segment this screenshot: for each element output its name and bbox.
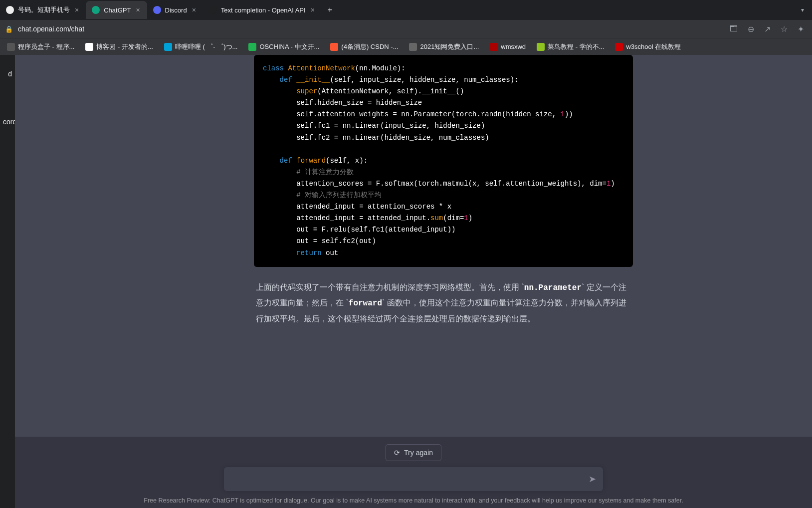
browser-tab-strip: 号码。短期手机号 × ChatGPT × Discord × Text comp… — [0, 0, 812, 20]
tab-label: ChatGPT — [104, 6, 131, 14]
code-token: (self, x): — [326, 157, 368, 165]
code-token: # 对输入序列进行加权平均 — [296, 191, 382, 199]
code-token: self.hidden_size = hidden_size — [296, 99, 422, 107]
code-token: 1 — [464, 214, 468, 222]
code-block: class AttentionNetwork(nn.Module): def _… — [254, 55, 633, 267]
code-token: class — [263, 64, 284, 72]
code-token: forward — [296, 157, 326, 165]
code-token: # 计算注意力分数 — [296, 168, 354, 176]
bookmark-label: OSCHINA - 中文开... — [259, 42, 319, 51]
explanation-text: 上面的代码实现了一个带有自注意力机制的深度学习网络模型。首先，使用 `nn.Pa… — [254, 280, 633, 326]
browser-tab[interactable]: Discord × — [147, 1, 203, 19]
browser-tab[interactable]: 号码。短期手机号 × — [0, 1, 86, 19]
bookmark-label: 程序员盒子 - 程序... — [18, 42, 74, 51]
bookmark-label: 博客园 - 开发者的... — [96, 42, 153, 51]
message-input[interactable] — [231, 473, 589, 485]
translate-icon[interactable]: 🗔 — [730, 24, 738, 33]
sidebar-item[interactable]: cord — [0, 113, 15, 131]
close-icon[interactable]: × — [74, 6, 80, 14]
send-icon[interactable]: ➤ — [589, 474, 596, 485]
message-input-row: ➤ — [224, 467, 603, 491]
bookmark-item[interactable]: 哔哩哔哩 ( ゜- ゜)つ... — [161, 40, 241, 53]
favicon-icon — [153, 6, 161, 14]
bookmark-item[interactable]: 菜鸟教程 - 学的不... — [534, 40, 607, 53]
code-token: )) — [565, 110, 573, 118]
lock-icon: 🔒 — [5, 25, 13, 33]
inline-code: forward — [349, 299, 382, 308]
address-bar: 🔒 chat.openai.com/chat 🗔 ⊖ ↗ ☆ ✦ — [0, 20, 812, 38]
bookmark-item[interactable]: w3school 在线教程 — [612, 40, 684, 53]
code-token: def — [280, 76, 292, 84]
extension-icon[interactable]: ✦ — [798, 24, 804, 34]
code-token: out = self.fc2(out) — [296, 237, 376, 245]
favicon-icon — [6, 6, 14, 14]
code-token: self.attention_weights = nn.Parameter(to… — [296, 110, 560, 118]
tab-label: Discord — [165, 6, 187, 14]
close-icon[interactable]: × — [135, 6, 141, 14]
bookmarks-bar: 程序员盒子 - 程序... 博客园 - 开发者的... 哔哩哔哩 ( ゜- ゜)… — [0, 38, 812, 55]
code-token: self.fc2 = nn.Linear(hidden_size, num_cl… — [296, 134, 489, 142]
code-token: out = F.relu(self.fc1(attended_input)) — [296, 226, 455, 234]
code-token: ) — [468, 214, 472, 222]
try-again-button[interactable]: ⟳ Try again — [386, 444, 441, 461]
code-token: return — [296, 249, 321, 257]
bookmark-item[interactable]: 博客园 - 开发者的... — [82, 40, 156, 53]
bookmark-item[interactable]: 程序员盒子 - 程序... — [4, 40, 77, 53]
conversation-area: class AttentionNetwork(nn.Module): def _… — [15, 55, 812, 437]
favicon-icon — [92, 6, 100, 14]
code-token: sum — [430, 214, 443, 222]
share-icon[interactable]: ↗ — [764, 24, 771, 34]
code-token: (self, input_size, hidden_size, num_clas… — [330, 76, 518, 84]
code-token: def — [280, 157, 292, 165]
main-content: class AttentionNetwork(nn.Module): def _… — [15, 55, 812, 508]
bookmark-item[interactable]: wmsxwd — [487, 41, 529, 53]
app-shell: d cord class AttentionNetwork(nn.Module)… — [0, 55, 812, 508]
new-tab-button[interactable]: + — [322, 5, 338, 14]
url-text[interactable]: chat.openai.com/chat — [18, 25, 725, 33]
bookmark-star-icon[interactable]: ☆ — [781, 24, 788, 34]
code-token: attended_input = attended_input. — [296, 214, 430, 222]
tab-overflow-icon[interactable]: ▾ — [793, 6, 812, 13]
code-token: attended_input = attention_scores * x — [296, 203, 451, 211]
bookmark-label: w3school 在线教程 — [626, 42, 681, 51]
bookmark-item[interactable]: OSCHINA - 中文开... — [245, 40, 322, 53]
disclaimer-text: Free Research Preview: ChatGPT is optimi… — [129, 497, 698, 504]
bookmark-label: (4条消息) CSDN -... — [341, 42, 398, 51]
tab-label: Text completion - OpenAI API — [221, 6, 306, 14]
bookmark-label: 2021知网免费入口... — [420, 42, 479, 51]
sidebar: d cord — [0, 55, 15, 508]
code-token: ) — [610, 180, 614, 188]
code-token: self.fc1 = nn.Linear(input_size, hidden_… — [296, 122, 485, 130]
zoom-out-icon[interactable]: ⊖ — [748, 24, 754, 34]
code-token: (nn.Module): — [355, 64, 406, 72]
tab-label: 号码。短期手机号 — [18, 5, 70, 14]
code-token: out — [322, 249, 339, 257]
code-token: AttentionNetwork — [288, 64, 355, 72]
button-label: Try again — [404, 449, 433, 457]
bookmark-label: 哔哩哔哩 ( ゜- ゜)つ... — [175, 42, 238, 51]
code-token: (AttentionNetwork, self).__init__() — [317, 87, 464, 95]
sidebar-item[interactable]: d — [0, 65, 15, 83]
bookmark-item[interactable]: 2021知网免费入口... — [406, 40, 482, 53]
code-token: attention_scores = F.softmax(torch.matmu… — [296, 180, 607, 188]
bookmark-item[interactable]: (4条消息) CSDN -... — [327, 40, 401, 53]
composer-area: ⟳ Try again ➤ Free Research Preview: Cha… — [15, 437, 812, 508]
browser-tab[interactable]: Text completion - OpenAI API × — [203, 1, 322, 19]
assistant-message: class AttentionNetwork(nn.Module): def _… — [254, 55, 633, 437]
bookmark-label: 菜鸟教程 - 学的不... — [548, 42, 604, 51]
close-icon[interactable]: × — [310, 6, 316, 14]
inline-code: nn.Parameter — [524, 283, 582, 292]
favicon-icon — [209, 6, 217, 14]
text: 上面的代码实现了一个带有自注意力机制的深度学习网络模型。首先，使用 ` — [256, 283, 524, 291]
code-token: super — [296, 87, 317, 95]
code-token: __init__ — [296, 76, 330, 84]
close-icon[interactable]: × — [191, 6, 197, 14]
browser-tab-active[interactable]: ChatGPT × — [86, 1, 147, 19]
refresh-icon: ⟳ — [394, 449, 400, 457]
address-actions: 🗔 ⊖ ↗ ☆ ✦ — [730, 24, 807, 34]
code-token: (dim= — [443, 214, 464, 222]
bookmark-label: wmsxwd — [501, 43, 526, 50]
code-token: 1 — [561, 110, 565, 118]
